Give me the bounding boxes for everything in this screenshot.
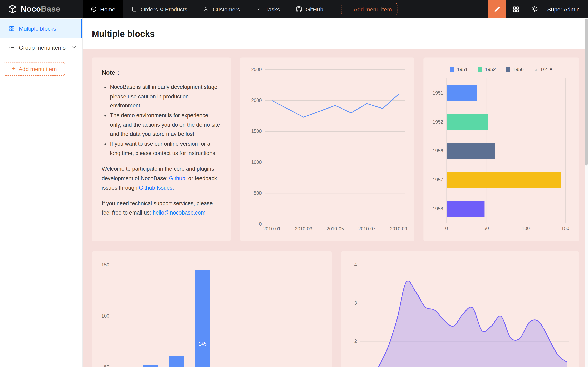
note-bullet: NocoBase is still in early development s… <box>110 83 221 110</box>
legend-item-1951[interactable]: 1951 <box>450 67 468 72</box>
orders-icon <box>131 6 137 12</box>
legend-item-1952[interactable]: 1952 <box>477 67 496 72</box>
highlighter-icon <box>494 6 500 12</box>
svg-text:2: 2 <box>354 339 357 344</box>
svg-text:145: 145 <box>199 341 207 347</box>
svg-text:0: 0 <box>259 221 262 227</box>
svg-text:2500: 2500 <box>251 67 261 72</box>
svg-text:2000: 2000 <box>251 98 261 103</box>
vertical-scrollbar[interactable] <box>585 18 588 367</box>
nav-menu: Home Orders & Products <box>83 0 398 18</box>
nocobase-logo-icon <box>8 4 17 14</box>
legend-label: 1952 <box>485 67 496 72</box>
note-bullet: If you want to use our online version fo… <box>110 139 221 158</box>
horizontal-bar-chart[interactable]: 05010015019511952195619571958 <box>428 74 574 237</box>
plugins-grid-button[interactable] <box>506 0 525 18</box>
settings-button[interactable] <box>525 0 544 18</box>
svg-text:50: 50 <box>484 226 489 231</box>
top-navbar: NocoBase Home <box>0 0 588 18</box>
note-title: Note： <box>102 67 221 78</box>
area-chart-block: 234 <box>341 251 579 367</box>
navbar-right: Super Admin <box>488 0 588 18</box>
nav-item-label: Orders & Products <box>141 6 187 12</box>
ui-editor-button[interactable] <box>488 0 506 18</box>
legend-label: 1956 <box>513 67 524 72</box>
add-menu-item-label: Add menu item <box>19 66 57 72</box>
navbar-add-menu-item-button[interactable]: + Add menu item <box>341 3 398 15</box>
bar-chart-svg: 5010015038526114548 <box>98 257 326 367</box>
legend-item-1956[interactable]: 1956 <box>506 67 524 72</box>
horizontal-bar-chart-svg: 05010015019511952195619571958 <box>428 74 574 237</box>
area-chart[interactable]: 234 <box>347 257 573 367</box>
legend-prev-icon[interactable]: ▲ <box>534 67 538 72</box>
note-support-paragraph: If you need technical support services, … <box>102 199 221 217</box>
sidebar-item-label: Group menu items <box>19 44 66 50</box>
github-link[interactable]: Github <box>169 175 185 181</box>
page-title: Multiple blocks <box>92 29 155 39</box>
gear-icon <box>531 6 538 12</box>
nav-item-github[interactable]: GitHub <box>288 0 331 18</box>
tasks-icon <box>256 6 262 12</box>
nav-item-label: GitHub <box>306 6 323 12</box>
chevron-down-icon <box>72 46 76 49</box>
svg-text:1952: 1952 <box>433 119 443 125</box>
support-email-link[interactable]: hello@nocobase.com <box>153 210 205 216</box>
github-issues-link[interactable]: Github Issues <box>139 184 172 191</box>
grid-icon <box>513 6 519 12</box>
svg-text:3: 3 <box>354 300 357 306</box>
sidebar-item-label: Multiple blocks <box>19 25 56 32</box>
bar-chart-block: 5010015038526114548 <box>92 251 331 367</box>
scrollbar-thumb[interactable] <box>585 19 588 166</box>
note-bullet-list: NocoBase is still in early development s… <box>102 83 221 158</box>
page-header: Multiple blocks <box>83 18 588 49</box>
svg-text:4: 4 <box>354 262 357 267</box>
legend-label: 1951 <box>457 67 468 72</box>
svg-text:50: 50 <box>104 364 109 367</box>
nocobase-logo[interactable]: NocoBase <box>0 0 83 18</box>
svg-text:2010-09: 2010-09 <box>390 226 407 232</box>
github-icon <box>296 6 302 12</box>
legend-next-icon[interactable]: ▼ <box>549 67 553 72</box>
nav-item-orders-products[interactable]: Orders & Products <box>123 0 195 18</box>
list-icon <box>9 45 15 50</box>
current-user-menu[interactable]: Super Admin <box>547 6 580 12</box>
svg-text:100: 100 <box>101 313 109 318</box>
note-welcome-paragraph: Welcome to participate in the core and p… <box>102 164 221 192</box>
plus-icon: + <box>12 66 16 72</box>
nav-item-label: Home <box>100 6 115 12</box>
legend-swatch <box>450 67 454 72</box>
area-chart-svg: 234 <box>347 257 573 367</box>
bar-chart[interactable]: 5010015038526114548 <box>98 257 325 367</box>
nav-item-home[interactable]: Home <box>83 0 123 18</box>
sidebar: Multiple blocks Group menu items <box>0 18 83 367</box>
svg-text:1951: 1951 <box>433 90 443 96</box>
app-window: NocoBase Home <box>0 0 588 367</box>
legend-swatch <box>506 67 510 72</box>
nav-item-label: Tasks <box>266 6 280 12</box>
app-body: Multiple blocks Group menu items <box>0 18 588 367</box>
sidebar-item-multiple-blocks[interactable]: Multiple blocks <box>0 19 82 38</box>
line-chart[interactable]: 050010001500200025002010-012010-032010-0… <box>245 61 410 237</box>
nav-item-customers[interactable]: Customers <box>195 0 248 18</box>
page-content: Note： NocoBase is still in early develop… <box>83 49 588 367</box>
svg-text:150: 150 <box>562 226 569 231</box>
svg-text:2010-03: 2010-03 <box>295 226 312 232</box>
home-icon <box>91 6 97 12</box>
sidebar-item-group-menu-items[interactable]: Group menu items <box>0 38 82 57</box>
svg-text:1957: 1957 <box>433 177 443 183</box>
sidebar-add-menu-item-button[interactable]: + Add menu item <box>4 62 65 76</box>
nav-item-tasks[interactable]: Tasks <box>248 0 288 18</box>
markdown-note-block: Note： NocoBase is still in early develop… <box>92 58 231 241</box>
svg-text:100: 100 <box>522 226 530 231</box>
svg-text:2010-01: 2010-01 <box>263 226 280 232</box>
svg-text:1500: 1500 <box>251 129 261 134</box>
svg-text:2010-07: 2010-07 <box>358 226 375 232</box>
chart-legend: 195119521956▲1/2▼ <box>428 61 574 74</box>
brand-text: NocoBase <box>21 5 60 14</box>
legend-pagination: ▲1/2▼ <box>534 67 553 72</box>
svg-text:1000: 1000 <box>251 160 261 165</box>
svg-text:1958: 1958 <box>433 206 443 211</box>
customers-icon <box>203 6 209 12</box>
svg-text:150: 150 <box>101 262 109 267</box>
svg-text:2010-05: 2010-05 <box>326 226 344 232</box>
